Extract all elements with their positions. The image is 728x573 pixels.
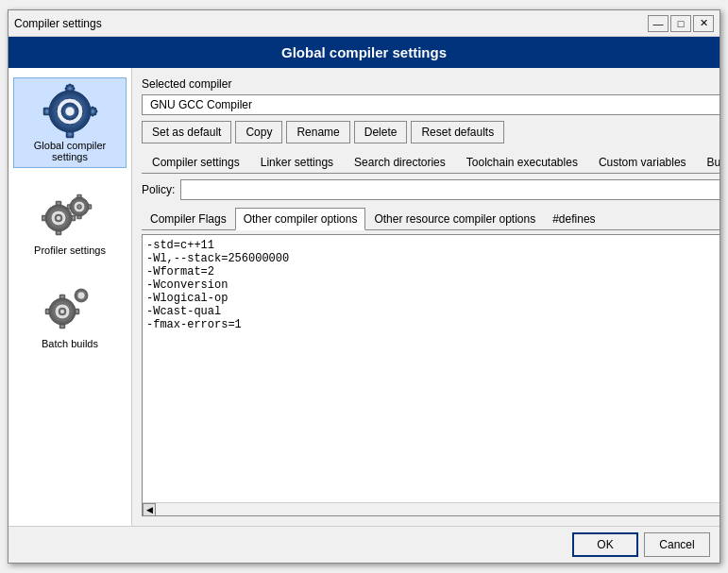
close-button[interactable]: ✕	[693, 15, 714, 32]
sub-tabs-row: Compiler Flags Other compiler options Ot…	[142, 208, 720, 230]
svg-point-24	[77, 205, 82, 210]
horizontal-scrollbar[interactable]: ◀ ▶	[143, 502, 720, 515]
main-window: Compiler settings — □ ✕ Global compiler …	[8, 9, 720, 564]
main-tabs-row: Compiler settings Linker settings Search…	[142, 151, 720, 174]
compiler-row: GNU GCC Compiler	[142, 94, 720, 115]
sidebar-label-profiler: Profiler settings	[34, 244, 106, 256]
policy-select[interactable]	[180, 179, 720, 200]
main-panel: Selected compiler GNU GCC Compiler Set a…	[132, 68, 720, 526]
title-bar: Compiler settings — □ ✕	[8, 10, 720, 37]
gear-icon	[42, 83, 98, 140]
minimize-button[interactable]: —	[648, 15, 669, 32]
code-area-wrapper: ◀ ▶ ▲ ▼	[142, 234, 720, 516]
code-editor[interactable]	[143, 235, 720, 502]
sub-tab-defines[interactable]: #defines	[544, 208, 603, 229]
sub-tab-other-compiler-options[interactable]: Other compiler options	[235, 208, 366, 230]
tab-toolchain-executables[interactable]: Toolchain executables	[456, 151, 588, 173]
rename-button[interactable]: Rename	[286, 121, 349, 143]
selected-compiler-label: Selected compiler	[142, 77, 720, 91]
header-title: Global compiler settings	[281, 44, 447, 60]
tab-linker-settings[interactable]: Linker settings	[250, 151, 344, 173]
svg-point-9	[65, 107, 75, 116]
sidebar-item-profiler-settings[interactable]: Profiler settings	[13, 182, 127, 261]
tab-custom-variables[interactable]: Custom variables	[588, 151, 697, 173]
scroll-left-btn[interactable]: ◀	[143, 503, 156, 516]
svg-point-17	[57, 216, 60, 220]
sub-tab-other-resource-compiler-options[interactable]: Other resource compiler options	[365, 208, 544, 229]
tab-search-directories[interactable]: Search directories	[344, 151, 456, 173]
batch-icon	[42, 281, 98, 338]
sidebar-label-global: Global compiler settings	[34, 140, 106, 162]
policy-row: Policy:	[142, 179, 720, 200]
set-as-default-button[interactable]: Set as default	[142, 121, 231, 143]
sidebar-item-batch-builds[interactable]: Batch builds	[13, 276, 127, 355]
window-title: Compiler settings	[14, 17, 102, 30]
footer: OK Cancel	[8, 526, 720, 563]
profiler-icon	[42, 188, 98, 244]
cancel-button[interactable]: Cancel	[644, 532, 710, 557]
sidebar: Global compiler settings	[8, 68, 132, 526]
policy-label: Policy:	[142, 183, 175, 196]
sub-tab-compiler-flags[interactable]: Compiler Flags	[142, 208, 235, 229]
sidebar-label-batch: Batch builds	[42, 338, 98, 349]
compiler-select[interactable]: GNU GCC Compiler	[142, 94, 720, 115]
content-area: Global compiler settings	[8, 68, 720, 526]
sidebar-item-global-compiler-settings[interactable]: Global compiler settings	[13, 77, 127, 168]
delete-button[interactable]: Delete	[354, 121, 408, 143]
title-bar-controls: — □ ✕	[648, 15, 714, 32]
reset-defaults-button[interactable]: Reset defaults	[411, 121, 504, 143]
svg-point-34	[77, 292, 85, 299]
tab-build[interactable]: Bui	[697, 151, 720, 173]
scroll-track[interactable]	[156, 503, 720, 515]
maximize-button[interactable]: □	[670, 15, 691, 32]
ok-button[interactable]: OK	[572, 532, 638, 557]
tab-compiler-settings[interactable]: Compiler settings	[142, 151, 250, 173]
copy-button[interactable]: Copy	[235, 121, 282, 143]
button-row: Set as default Copy Rename Delete Reset …	[142, 121, 720, 143]
header-bar: Global compiler settings	[8, 37, 720, 68]
svg-point-32	[60, 310, 64, 313]
